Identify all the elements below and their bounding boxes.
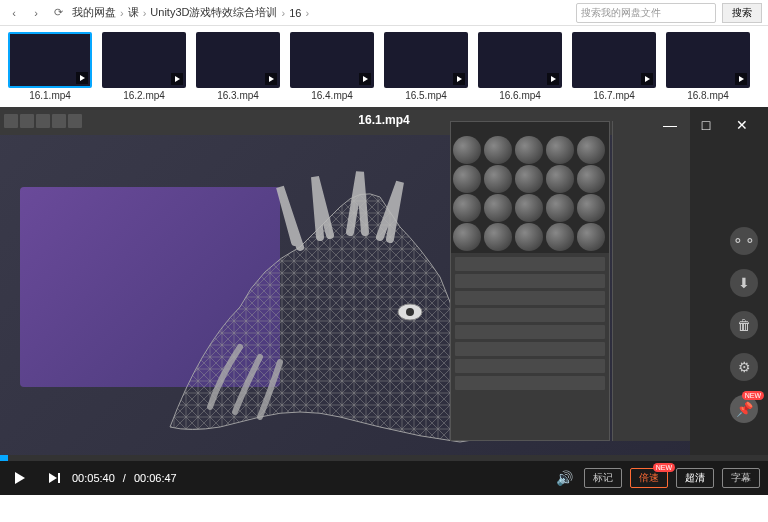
thumb-label: 16.7.mp4: [593, 90, 635, 101]
pin-button[interactable]: 📌NEW: [730, 395, 758, 423]
material-slot: [546, 223, 574, 251]
new-badge: NEW: [653, 463, 675, 472]
material-slot: [484, 223, 512, 251]
thumbnail-5[interactable]: 16.5.mp4: [382, 32, 470, 101]
material-slot: [546, 194, 574, 222]
play-icon: [547, 73, 559, 85]
play-icon: [735, 73, 747, 85]
material-slot: [515, 194, 543, 222]
player-controls: 00:05:40 / 00:06:47 🔊 标记 倍速NEW 超清 字幕: [0, 461, 768, 495]
material-editor-panel: [450, 121, 610, 441]
thumb-image: [572, 32, 656, 88]
crumb-2[interactable]: Unity3D游戏特效综合培训: [150, 5, 277, 20]
toolbar-icon: [68, 114, 82, 128]
thumb-label: 16.4.mp4: [311, 90, 353, 101]
material-slot: [453, 194, 481, 222]
thumb-image: [666, 32, 750, 88]
material-slot: [577, 136, 605, 164]
thumb-label: 16.5.mp4: [405, 90, 447, 101]
close-button[interactable]: ✕: [732, 115, 752, 135]
toolbar-icon: [4, 114, 18, 128]
thumb-label: 16.3.mp4: [217, 90, 259, 101]
speed-button[interactable]: 倍速NEW: [630, 468, 668, 488]
video-player: 16.1.mp4 — □ ✕ ⚬⚬ ⬇ 🗑 ⚙ 📌NEW 00:05:40 / …: [0, 107, 768, 495]
quality-button[interactable]: 超清: [676, 468, 714, 488]
play-button[interactable]: [8, 466, 32, 490]
material-slot: [453, 136, 481, 164]
param-row: [455, 376, 605, 390]
window-controls: — □ ✕: [660, 115, 752, 135]
video-title: 16.1.mp4: [358, 113, 409, 127]
dragon-mesh: [120, 147, 500, 447]
toolbar-icon: [36, 114, 50, 128]
param-row: [455, 257, 605, 271]
volume-button[interactable]: 🔊: [552, 466, 576, 490]
thumb-image: [8, 32, 92, 88]
download-button[interactable]: ⬇: [730, 269, 758, 297]
material-slot: [577, 194, 605, 222]
thumb-image: [384, 32, 468, 88]
current-time: 00:05:40: [72, 472, 115, 484]
material-slot: [453, 165, 481, 193]
param-row: [455, 291, 605, 305]
thumb-label: 16.2.mp4: [123, 90, 165, 101]
forward-button[interactable]: ›: [28, 5, 44, 21]
crumb-root[interactable]: 我的网盘: [72, 5, 116, 20]
param-row: [455, 359, 605, 373]
action-sidebar: ⚬⚬ ⬇ 🗑 ⚙ 📌NEW: [726, 227, 762, 423]
delete-button[interactable]: 🗑: [730, 311, 758, 339]
play-icon: [641, 73, 653, 85]
search-input[interactable]: 搜索我的网盘文件: [576, 3, 716, 23]
thumb-image: [478, 32, 562, 88]
settings-button[interactable]: ⚙: [730, 353, 758, 381]
crumb-1[interactable]: 课: [128, 5, 139, 20]
material-slot: [577, 165, 605, 193]
search-button[interactable]: 搜索: [722, 3, 762, 23]
thumb-label: 16.1.mp4: [29, 90, 71, 101]
thumbnail-6[interactable]: 16.6.mp4: [476, 32, 564, 101]
next-button[interactable]: [40, 466, 64, 490]
header-bar: ‹ › ⟳ 我的网盘 › 课 › Unity3D游戏特效综合培训 › 16 › …: [0, 0, 768, 26]
material-params: [451, 253, 609, 394]
thumb-image: [102, 32, 186, 88]
thumb-label: 16.6.mp4: [499, 90, 541, 101]
play-icon: [76, 72, 88, 84]
share-button[interactable]: ⚬⚬: [730, 227, 758, 255]
param-row: [455, 325, 605, 339]
subtitle-button[interactable]: 字幕: [722, 468, 760, 488]
crumb-3[interactable]: 16: [289, 7, 301, 19]
material-slot: [515, 165, 543, 193]
material-slot: [484, 194, 512, 222]
thumbnail-4[interactable]: 16.4.mp4: [288, 32, 376, 101]
back-button[interactable]: ‹: [6, 5, 22, 21]
material-slot: [484, 136, 512, 164]
material-slots: [451, 122, 609, 253]
time-sep: /: [123, 472, 126, 484]
minimize-button[interactable]: —: [660, 115, 680, 135]
thumbnail-1[interactable]: 16.1.mp4: [6, 32, 94, 101]
thumbnail-3[interactable]: 16.3.mp4: [194, 32, 282, 101]
material-slot: [515, 223, 543, 251]
param-row: [455, 342, 605, 356]
video-viewport[interactable]: [0, 107, 690, 477]
thumbnail-7[interactable]: 16.7.mp4: [570, 32, 658, 101]
thumbnail-8[interactable]: 16.8.mp4: [664, 32, 752, 101]
material-slot: [546, 165, 574, 193]
material-slot: [484, 165, 512, 193]
refresh-button[interactable]: ⟳: [50, 5, 66, 21]
thumb-image: [290, 32, 374, 88]
material-slot: [453, 223, 481, 251]
maximize-button[interactable]: □: [696, 115, 716, 135]
play-icon: [453, 73, 465, 85]
thumbnail-row: 16.1.mp416.2.mp416.3.mp416.4.mp416.5.mp4…: [0, 26, 768, 107]
play-icon: [359, 73, 371, 85]
duration: 00:06:47: [134, 472, 177, 484]
breadcrumb: 我的网盘 › 课 › Unity3D游戏特效综合培训 › 16 ›: [72, 5, 570, 20]
material-slot: [546, 136, 574, 164]
toolbar-icon: [52, 114, 66, 128]
mark-button[interactable]: 标记: [584, 468, 622, 488]
param-row: [455, 308, 605, 322]
thumbnail-2[interactable]: 16.2.mp4: [100, 32, 188, 101]
toolbar-icon: [20, 114, 34, 128]
modify-panel: [612, 121, 690, 441]
